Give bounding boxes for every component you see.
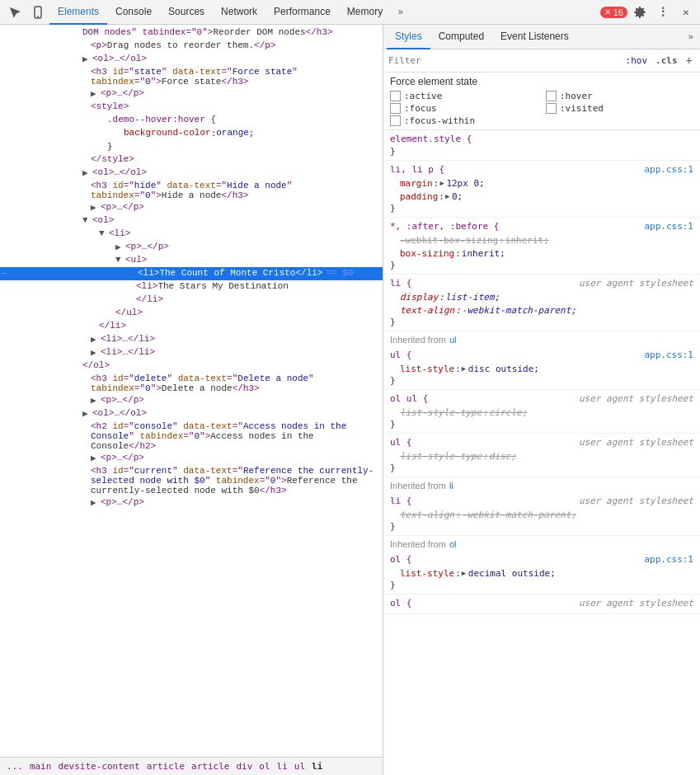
dom-line: </li> [0,320,383,333]
expand-arrow[interactable]: ▶ [91,334,101,345]
prop-list-style-type-circle: list-style-type : circle; [400,406,693,419]
breadcrumb-item-current[interactable]: li [310,761,324,772]
checkbox-hover[interactable] [546,91,557,101]
expand-arrow[interactable]: ▶ [91,202,101,213]
dom-line: <h3 id="current" data-text="Reference th… [0,465,383,496]
selector-ol-ua-bottom: ol { [390,598,412,608]
inherited-ul-link[interactable]: ul [449,335,457,345]
expand-arrow[interactable]: ▼ [115,255,125,265]
selector-ol-ul-ua: ol ul { [390,393,428,404]
expand-arrow[interactable]: ▶ [91,497,101,508]
inherited-li-link[interactable]: li [449,481,453,491]
inherited-ol-link[interactable]: ol [449,539,457,549]
source-universal[interactable]: app.css:1 [644,221,693,232]
source-li-p[interactable]: app.css:1 [644,164,693,175]
checkbox-focus[interactable] [390,103,401,114]
expand-arrow[interactable]: ▶ [91,88,101,99]
tab-overflow-button[interactable]: » [392,1,409,24]
tab-performance[interactable]: Performance [265,0,339,25]
expand-arrow[interactable]: ▶ [115,242,125,252]
checkbox-focus-within[interactable] [390,115,401,126]
dom-line: DOM nodes" tabindex="0">Reorder DOM node… [0,26,383,40]
source-li-ua: user agent stylesheet [579,278,693,289]
expand-arrow[interactable]: ▼ [99,228,109,238]
dom-line: ▶ <li>…</li> [0,333,383,346]
dom-line: <p>Drag nodes to reorder them.</p> [0,40,383,53]
state-label-active: :active [404,91,442,101]
styles-tab-overflow[interactable]: » [684,32,697,42]
inspect-icon[interactable] [3,1,26,24]
filter-cls-button[interactable]: .cls [653,54,680,67]
state-option-hover[interactable]: :hover [546,91,693,101]
state-options: :active :hover :focus :visited :focus-wi… [390,91,693,126]
prop-list-style-decimal: list-style : ▶ decimal outside; [400,566,693,580]
style-rule-ol-app: ol { app.css:1 list-style : ▶ decimal ou… [383,551,700,594]
triangle-margin[interactable]: ▶ [439,179,446,188]
dom-line: } [0,140,383,153]
state-label-focus-within: :focus-within [404,115,475,126]
source-ul-app[interactable]: app.css:1 [644,350,693,360]
device-icon[interactable] [26,1,49,24]
expand-arrow[interactable]: ▼ [82,215,92,225]
prop-list-style: list-style : ▶ disc outside; [400,362,693,375]
checkbox-visited[interactable] [546,103,557,114]
breadcrumb-item[interactable]: li [275,761,289,772]
state-option-active[interactable]: :active [390,91,538,101]
breadcrumb-item[interactable]: devsite-content [56,761,141,772]
dom-line: ▶ <p>…</p> [0,87,383,101]
selector-element-style: element.style { [390,134,472,144]
triangle-padding[interactable]: ▶ [445,192,452,201]
breadcrumb-item[interactable]: ... [5,761,25,772]
expand-arrow[interactable]: ▶ [91,395,101,406]
state-option-visited[interactable]: :visited [546,103,693,114]
dom-line: ▶ <ol>…</ol> [0,167,383,180]
filter-add-button[interactable]: + [684,54,695,68]
dom-line-selected[interactable]: … <li>The Count of Monte Cristo </li> ==… [0,267,383,280]
dom-line: </style> [0,153,383,167]
expand-arrow[interactable]: ▶ [91,347,101,358]
source-ol-ua-bottom: user agent stylesheet [579,598,693,608]
selector-li-p: li, li p { [390,164,444,175]
tab-network[interactable]: Network [213,0,265,25]
filter-hov-button[interactable]: :hov [623,54,651,67]
tab-console[interactable]: Console [107,0,160,25]
triangle-list-style[interactable]: ▶ [462,364,468,373]
dom-line: ▶ <ol>…</ol> [0,53,383,66]
tab-elements[interactable]: Elements [49,0,107,25]
style-rule-element: element.style { } [383,130,700,161]
breadcrumb-item[interactable]: div [234,761,254,772]
tab-event-listeners[interactable]: Event Listeners [492,25,577,49]
expand-arrow[interactable]: ▶ [82,54,92,64]
prop-text-align-ua: text-align : -webkit-match-parent; [400,508,693,521]
breadcrumb-item[interactable]: main [28,761,54,772]
style-rule-ul-app: ul { app.css:1 list-style : ▶ disc outsi… [383,346,700,390]
style-rule-ol-ul-ua: ol ul { user agent stylesheet list-style… [383,390,700,434]
source-ol-app[interactable]: app.css:1 [644,554,693,565]
style-rule-li-textalign-ua: li { user agent stylesheet text-align : … [383,492,700,536]
more-button[interactable]: ⋮ [652,2,674,23]
filter-input[interactable] [388,55,620,66]
dom-content[interactable]: DOM nodes" tabindex="0">Reorder DOM node… [0,25,383,511]
source-li-textalign-ua: user agent stylesheet [579,496,693,506]
prop-display: display : list-item; [400,290,693,303]
breadcrumb-item[interactable]: ul [293,761,307,772]
expand-arrow[interactable]: ▶ [82,167,92,178]
tab-sources[interactable]: Sources [160,0,213,25]
tab-computed[interactable]: Computed [430,25,492,49]
breadcrumb-item[interactable]: article [145,761,186,772]
close-button[interactable]: ✕ [675,2,697,23]
triangle-list-style-decimal[interactable]: ▶ [462,569,468,578]
tab-memory[interactable]: Memory [339,0,391,25]
styles-content[interactable]: element.style { } li, li p { app.css:1 m… [383,130,700,775]
state-option-focus-within[interactable]: :focus-within [390,115,538,126]
dom-line: ▶ <ol>…</ol> [0,407,383,420]
breadcrumb-item[interactable]: ol [257,761,271,772]
state-option-focus[interactable]: :focus [390,103,538,114]
dom-line: <h3 id="state" data-text="Force state" t… [0,66,383,87]
expand-arrow[interactable]: ▶ [91,453,101,463]
checkbox-active[interactable] [390,91,401,101]
expand-arrow[interactable]: ▶ [82,408,92,419]
breadcrumb-item[interactable]: article [190,761,231,772]
settings-button[interactable] [629,2,651,23]
tab-styles[interactable]: Styles [387,25,430,49]
